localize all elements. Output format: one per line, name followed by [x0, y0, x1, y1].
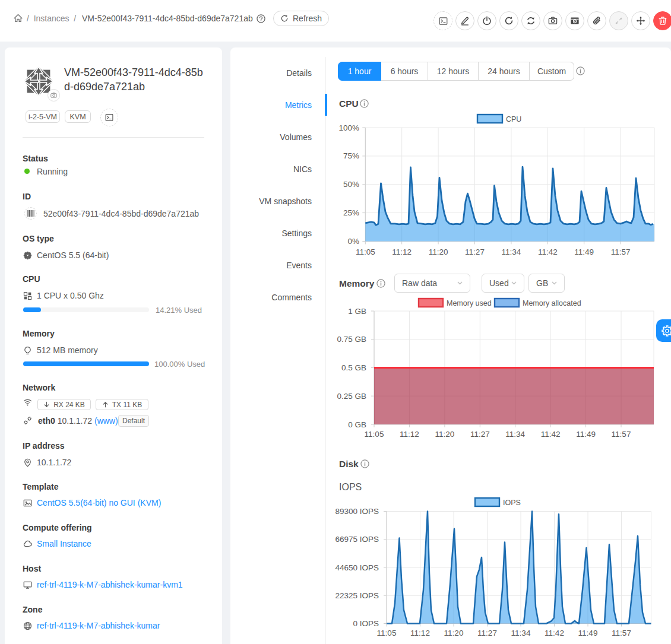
- svg-text:22325 IOPS: 22325 IOPS: [335, 591, 379, 600]
- svg-text:66975 IOPS: 66975 IOPS: [335, 535, 379, 544]
- svg-text:11:12: 11:12: [410, 629, 430, 637]
- svg-text:11:34: 11:34: [502, 248, 521, 256]
- svg-text:11:20: 11:20: [435, 430, 455, 439]
- svg-text:0.75 GB: 0.75 GB: [337, 335, 366, 344]
- svg-text:11:05: 11:05: [356, 248, 375, 256]
- svg-text:IOPS: IOPS: [503, 499, 521, 507]
- svg-text:0 IOPS: 0 IOPS: [353, 619, 379, 628]
- svg-text:11:05: 11:05: [365, 430, 384, 439]
- svg-text:0 GB: 0 GB: [348, 420, 366, 429]
- svg-text:11:49: 11:49: [576, 430, 596, 439]
- svg-text:11:12: 11:12: [400, 430, 419, 439]
- svg-text:11:12: 11:12: [392, 248, 412, 256]
- svg-text:11:20: 11:20: [429, 248, 448, 256]
- svg-text:0.5 GB: 0.5 GB: [341, 363, 366, 372]
- svg-text:11:34: 11:34: [511, 629, 531, 637]
- svg-text:11:49: 11:49: [578, 629, 598, 637]
- svg-text:11:34: 11:34: [505, 430, 525, 439]
- svg-text:44650 IOPS: 44650 IOPS: [335, 563, 379, 572]
- svg-text:11:27: 11:27: [465, 248, 485, 256]
- svg-text:11:57: 11:57: [611, 248, 631, 256]
- svg-text:75%: 75%: [343, 151, 359, 160]
- svg-text:50%: 50%: [343, 180, 359, 189]
- svg-text:0.25 GB: 0.25 GB: [337, 392, 366, 401]
- svg-text:CPU: CPU: [506, 115, 521, 123]
- svg-text:11:42: 11:42: [538, 248, 558, 256]
- svg-text:89300 IOPS: 89300 IOPS: [335, 507, 379, 516]
- svg-text:25%: 25%: [343, 208, 359, 217]
- svg-text:11:49: 11:49: [574, 248, 594, 256]
- svg-text:1 GB: 1 GB: [348, 307, 366, 316]
- svg-text:11:05: 11:05: [377, 629, 397, 637]
- svg-text:0%: 0%: [347, 237, 359, 246]
- svg-text:11:20: 11:20: [444, 629, 464, 637]
- svg-text:11:57: 11:57: [612, 430, 631, 439]
- svg-text:11:27: 11:27: [477, 629, 497, 637]
- svg-text:Memory allocated: Memory allocated: [523, 299, 581, 307]
- svg-text:11:42: 11:42: [545, 629, 564, 637]
- svg-text:11:57: 11:57: [612, 629, 631, 637]
- svg-text:11:27: 11:27: [470, 430, 490, 439]
- svg-text:100%: 100%: [338, 123, 359, 132]
- svg-text:Memory used: Memory used: [447, 299, 492, 307]
- svg-text:11:42: 11:42: [541, 430, 561, 439]
